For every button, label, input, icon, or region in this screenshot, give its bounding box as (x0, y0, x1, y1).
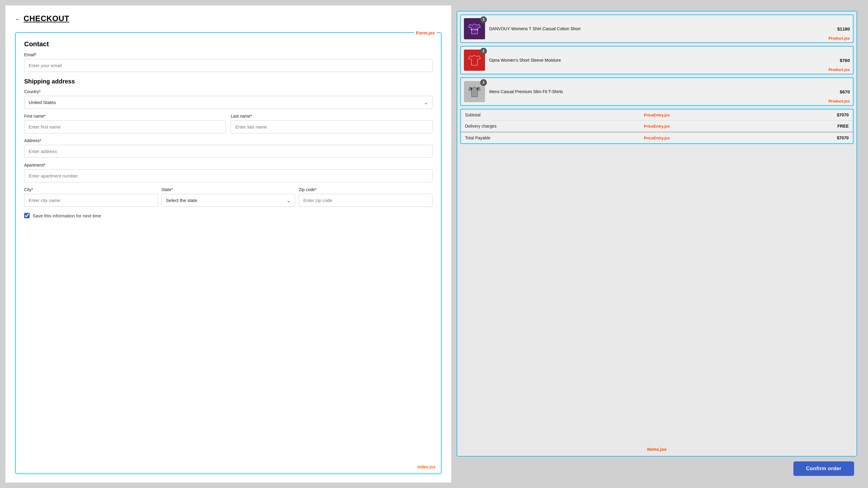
product-1-price: $1180 (834, 26, 850, 31)
address-input[interactable] (24, 145, 433, 158)
product-2-info: Opna Women's Short Sleeve Moisture (485, 57, 837, 63)
delivery-label: Delivery charges (465, 124, 497, 128)
zip-input[interactable] (299, 194, 433, 207)
back-icon: ← (15, 16, 21, 23)
subtotal-value: $7070 (837, 113, 849, 117)
product-1-name: DANVOUY Womens T Shirt Casual Cotton Sho… (489, 26, 581, 31)
page-title: CHECKOUT (24, 14, 69, 23)
items-jsx-label: Items.jsx (647, 447, 666, 452)
right-panel: 3 be kind DANVOUY Womens T Shirt Casual … (451, 5, 863, 483)
subtotal-label: Subtotal (465, 113, 480, 117)
country-select-wrapper: United States ⌄ (24, 96, 433, 109)
email-label: Email* (24, 52, 433, 57)
total-label: Total Payable (465, 136, 491, 140)
product-3-info: Mens Casual Premium Slim Fit T-Shirts (485, 89, 837, 94)
product-3-price: $670 (837, 89, 850, 94)
state-label: State* (162, 187, 296, 192)
product-1-jsx-label: Product.jsx (829, 36, 850, 40)
city-group: City* (24, 187, 158, 207)
subtotal-row: Subtotal PriceEntry.jsx $7070 (461, 110, 853, 121)
product-2-name: Opna Women's Short Sleeve Moisture (489, 58, 561, 63)
email-field-group: Email* (24, 52, 433, 72)
items-container: 3 be kind DANVOUY Womens T Shirt Casual … (457, 11, 857, 457)
delivery-value: FREE (837, 124, 849, 128)
shirt-icon (467, 84, 482, 99)
delivery-row: Delivery charges PriceEntry.jsx FREE (461, 121, 853, 132)
lastname-label: Last name* (231, 114, 433, 118)
product-3-name: Mens Casual Premium Slim Fit T-Shirts (489, 89, 563, 94)
subtotal-jsx-label: PriceEntry.jsx (644, 113, 670, 117)
state-select-wrapper: Select the state ⌄ (162, 194, 296, 207)
email-input[interactable] (24, 59, 433, 72)
firstname-group: First name* (24, 114, 226, 133)
city-state-zip-row: City* State* Select the state ⌄ Zip code… (24, 187, 433, 207)
confirm-order-button[interactable]: Confirm order (794, 461, 854, 476)
form-area: Form.jsx Contact Email* Shipping address… (15, 32, 441, 474)
zip-label: Zip code* (299, 187, 433, 192)
address-label: Address* (24, 138, 433, 143)
name-row: First name* Last name* (24, 114, 433, 133)
firstname-label: First name* (24, 114, 226, 118)
product-3-image-wrapper: 3 (464, 81, 485, 102)
zip-group: Zip code* (299, 187, 433, 207)
lastname-group: Last name* (231, 114, 433, 133)
product-1-image-wrapper: 3 be kind (464, 18, 485, 39)
product-row: 3 be kind DANVOUY Womens T Shirt Casual … (460, 15, 854, 43)
delivery-jsx-label: PriceEntry.jsx (644, 124, 670, 128)
apartment-label: Apartment* (24, 163, 433, 168)
back-button[interactable]: ← (15, 16, 21, 23)
product-2-badge: 2 (480, 48, 487, 54)
total-value: $7070 (837, 136, 849, 140)
product-2-price: $760 (837, 58, 850, 63)
product-2-image-wrapper: 2 (464, 50, 485, 71)
product-row: 2 Opna Women's Short Sleeve Moisture $76… (460, 46, 854, 75)
apartment-input[interactable] (24, 169, 433, 182)
save-info-label[interactable]: Save this information for next time (33, 213, 101, 218)
product-1-badge: 3 (480, 16, 487, 23)
save-info-checkbox[interactable] (24, 213, 30, 218)
form-jsx-label: Form.jsx (414, 30, 437, 35)
lastname-input[interactable] (231, 120, 433, 133)
svg-text:be kind: be kind (470, 28, 478, 31)
left-panel: ← CHECKOUT Form.jsx Contact Email* Shipp… (5, 5, 451, 483)
shipping-title: Shipping address (24, 78, 433, 85)
address-field-group: Address* (24, 138, 433, 158)
shirt-icon: be kind (467, 21, 482, 36)
product-row: 3 Mens Casual Premium Slim Fit T-Shirts … (460, 78, 854, 106)
total-jsx-label: PriceEntry.jsx (644, 136, 670, 140)
country-select[interactable]: United States (24, 96, 433, 109)
country-field-group: Country* United States ⌄ (24, 89, 433, 109)
shirt-icon (467, 53, 482, 68)
price-rows: Subtotal PriceEntry.jsx $7070 Delivery c… (460, 109, 854, 144)
apartment-field-group: Apartment* (24, 163, 433, 182)
save-info-row: Save this information for next time (24, 213, 433, 218)
city-input[interactable] (24, 194, 158, 207)
product-1-info: DANVOUY Womens T Shirt Casual Cotton Sho… (485, 26, 835, 31)
state-select[interactable]: Select the state (162, 194, 296, 207)
index-jsx-label: index.jsx (417, 464, 435, 469)
product-3-jsx-label: Product.jsx (829, 99, 850, 104)
product-3-badge: 3 (480, 79, 487, 86)
product-2-jsx-label: Product.jsx (829, 67, 850, 72)
total-row: Total Payable PriceEntry.jsx $7070 (461, 132, 853, 143)
country-label: Country* (24, 89, 433, 94)
state-group: State* Select the state ⌄ (162, 187, 296, 207)
contact-title: Contact (24, 40, 433, 48)
firstname-input[interactable] (24, 120, 226, 133)
city-label: City* (24, 187, 158, 192)
confirm-button-area: Confirm order (457, 457, 857, 477)
